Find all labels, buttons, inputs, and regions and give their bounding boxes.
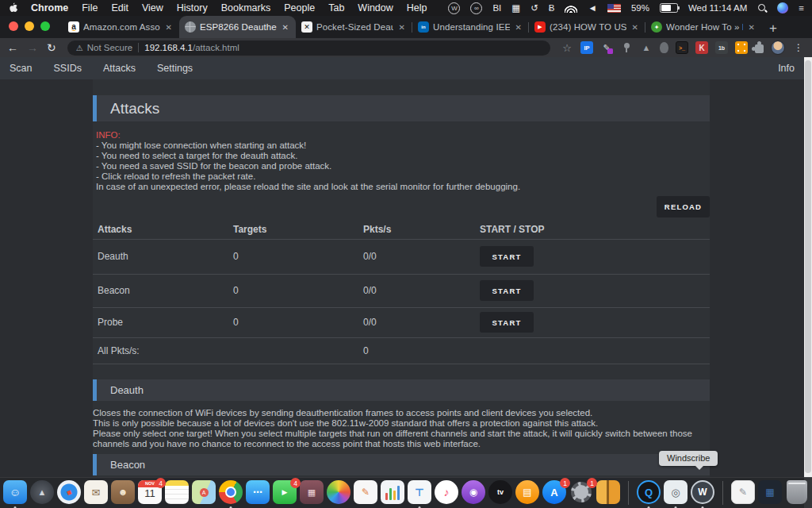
- tab-esp8266-deauther[interactable]: ESP8266 Deauther✕: [179, 16, 296, 38]
- start-button-beacon[interactable]: START: [480, 280, 534, 301]
- bluetooth-icon[interactable]: Ƀ: [549, 3, 555, 13]
- nav-item-scan[interactable]: Scan: [10, 63, 33, 74]
- drive-icon[interactable]: ▲: [640, 41, 653, 54]
- k-extension-icon[interactable]: K: [695, 41, 708, 54]
- tab-close-icon[interactable]: ✕: [747, 21, 756, 33]
- menu-help[interactable]: Help: [407, 2, 427, 13]
- siri-icon[interactable]: [777, 2, 788, 13]
- start-button-deauth[interactable]: START: [480, 246, 534, 267]
- menu-tab[interactable]: Tab: [328, 2, 344, 13]
- dock-mail[interactable]: ✉: [84, 480, 108, 506]
- dock-contacts[interactable]: ☻: [111, 480, 135, 506]
- tab-understanding-ieee-802[interactable]: inUnderstanding IEEE* 802.✕: [412, 16, 529, 38]
- tab-close-icon[interactable]: ✕: [281, 21, 290, 33]
- wifi-icon[interactable]: [565, 4, 577, 13]
- menu-people[interactable]: People: [284, 2, 315, 13]
- dock-windscribe[interactable]: W: [691, 480, 714, 506]
- nav-item-settings[interactable]: Settings: [157, 63, 193, 74]
- dock-music[interactable]: ♪: [435, 480, 458, 506]
- windscribe-menu-icon[interactable]: W: [448, 2, 460, 14]
- dock-numbers-chart[interactable]: [381, 480, 404, 506]
- dock-maps[interactable]: A: [192, 480, 216, 506]
- backblaze-icon[interactable]: BI: [492, 3, 501, 13]
- address-bar[interactable]: ⚠ Not Secure 192.168.4.1 /attack.html: [67, 40, 550, 56]
- menu-kebab-icon[interactable]: ⋮: [792, 41, 805, 54]
- extensions-puzzle-icon[interactable]: [755, 44, 764, 53]
- tab-pocket-sized-deauther-co[interactable]: ✕Pocket-Sized Deauther Co✕: [296, 16, 412, 38]
- dock-documents-stack[interactable]: ✎: [731, 480, 755, 506]
- dock-facetime[interactable]: ▶4: [273, 480, 297, 506]
- nav-item-attacks[interactable]: Attacks: [103, 63, 136, 74]
- menu-file[interactable]: File: [82, 2, 98, 13]
- close-window-button[interactable]: [9, 21, 18, 31]
- nav-item-info[interactable]: Info: [778, 63, 802, 74]
- menu-bookmarks[interactable]: Bookmarks: [221, 2, 271, 13]
- battery-percent[interactable]: 59%: [631, 3, 649, 13]
- dock-photos[interactable]: [327, 480, 350, 506]
- tab-close-icon[interactable]: ✕: [630, 21, 640, 33]
- dock-podcasts[interactable]: ◉: [462, 480, 485, 506]
- terminal-icon[interactable]: >_: [676, 41, 688, 54]
- volume-icon[interactable]: ◄: [588, 3, 596, 13]
- menu-window[interactable]: Window: [358, 2, 393, 13]
- dock-trash[interactable]: [785, 480, 809, 506]
- menu-chrome[interactable]: Chrome: [31, 2, 68, 13]
- tab-234-how-to-use-wyze[interactable]: ▶(234) HOW TO USE WYZE✕: [529, 16, 645, 38]
- pin-icon[interactable]: [620, 41, 633, 54]
- dock-finder[interactable]: ☺: [3, 480, 27, 506]
- dock-chrome[interactable]: [219, 480, 243, 506]
- scrollbar-track[interactable]: [804, 57, 812, 508]
- input-flag-icon[interactable]: [607, 4, 621, 13]
- dock-notes[interactable]: [165, 480, 189, 506]
- dock-keynote[interactable]: ⊤: [408, 480, 431, 506]
- dock-safari[interactable]: ◆: [57, 480, 81, 506]
- tab-wonder-how-to-fresh-h[interactable]: ✦Wonder How To » Fresh H✕: [645, 16, 762, 38]
- notification-center-icon[interactable]: ≡: [799, 3, 804, 13]
- dock-launchpad[interactable]: ▲: [30, 480, 54, 506]
- reload-button[interactable]: RELOAD: [657, 196, 710, 217]
- tab-close-icon[interactable]: ✕: [397, 21, 407, 33]
- dock-preview[interactable]: ◎: [664, 480, 688, 506]
- battery-icon[interactable]: [660, 3, 678, 13]
- menu-view[interactable]: View: [142, 2, 163, 13]
- menu-edit[interactable]: Edit: [111, 2, 128, 13]
- apple-menu-icon[interactable]: [8, 2, 17, 13]
- adobe-cc-icon[interactable]: ∞: [470, 2, 482, 14]
- dock-system-preferences[interactable]: 1: [569, 480, 593, 506]
- dock-app-store[interactable]: A1: [542, 480, 566, 506]
- minimize-window-button[interactable]: [25, 21, 34, 31]
- tab-close-icon[interactable]: ✕: [514, 21, 523, 33]
- reload-icon[interactable]: ↻: [47, 41, 56, 54]
- new-tab-button[interactable]: +: [769, 21, 777, 35]
- dock-calendar[interactable]: NOV114: [138, 480, 162, 506]
- profile-avatar[interactable]: [771, 40, 785, 55]
- tab-amazon-com-associates-c[interactable]: aAmazon.com Associates C✕: [63, 16, 179, 38]
- dock-news[interactable]: ✎: [354, 480, 377, 506]
- spotlight-icon[interactable]: [757, 3, 767, 13]
- tab-close-icon[interactable]: ✕: [164, 21, 174, 33]
- time-machine-icon[interactable]: ↺: [530, 2, 538, 13]
- security-label[interactable]: Not Secure: [87, 43, 133, 52]
- forward-icon[interactable]: →: [27, 41, 38, 54]
- color-grid-icon[interactable]: [735, 41, 748, 54]
- nav-item-ssids[interactable]: SSIDs: [54, 63, 82, 74]
- menubar-clock[interactable]: Wed 11:14 AM: [688, 3, 747, 13]
- ip-monitor-icon[interactable]: IP: [580, 41, 593, 54]
- back-icon[interactable]: ←: [7, 41, 18, 54]
- dock-messages[interactable]: ⋯: [246, 480, 270, 506]
- dock-books[interactable]: ▤: [515, 480, 539, 506]
- menu-history[interactable]: History: [177, 2, 208, 13]
- mouse-icon[interactable]: [660, 42, 668, 53]
- zoom-window-button[interactable]: [40, 21, 50, 31]
- dock-photo-booth[interactable]: ▦: [300, 480, 324, 506]
- dock-archive-utility[interactable]: [596, 480, 620, 506]
- dock-quicktime[interactable]: Q: [637, 480, 661, 506]
- scrollbar-thumb[interactable]: [805, 60, 811, 473]
- bookmark-star-icon[interactable]: ☆: [561, 41, 573, 54]
- colorzilla-icon[interactable]: ✎: [600, 41, 613, 54]
- oneblocker-icon[interactable]: 1b: [715, 41, 728, 54]
- grid-shield-icon[interactable]: ▦: [511, 2, 520, 13]
- start-button-probe[interactable]: START: [480, 312, 534, 333]
- dock-apple-tv[interactable]: tv: [488, 480, 512, 506]
- dock-minimized-window[interactable]: ▦: [758, 480, 782, 506]
